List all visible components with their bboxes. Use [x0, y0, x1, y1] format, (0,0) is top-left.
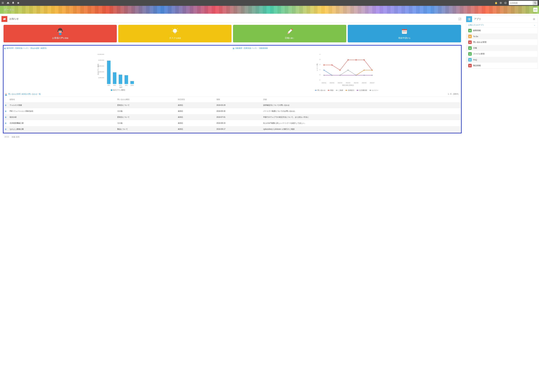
col-detail: 詳細 — [262, 97, 461, 102]
svg-text:0: 0 — [320, 74, 320, 76]
apps-icon — [466, 16, 472, 22]
table-row[interactable]: ▮ウェルネス筑紫受発注について未対応2018-03-29請求確定日についての問い… — [4, 102, 461, 108]
svg-rect-81 — [468, 19, 468, 19]
card-label: お客様の声を登録 — [52, 37, 68, 39]
svg-text:2018-04: 2018-04 — [346, 82, 350, 83]
app-item[interactable]: ◆製品情報 — [466, 63, 537, 68]
inquiry-count: 1 - 5 （5件中） — [448, 93, 460, 95]
avatar-icon — [5, 93, 7, 96]
banner: ポータル — [0, 6, 539, 14]
app-label: 製品情報 — [473, 64, 481, 67]
svg-rect-56 — [356, 59, 356, 60]
search-input[interactable] — [509, 1, 533, 5]
svg-text:8,000,000: 8,000,000 — [98, 59, 104, 61]
svg-rect-23 — [406, 31, 406, 31]
app-item[interactable]: ◆問い合わせ管理 — [466, 39, 537, 45]
table-row[interactable]: ▮稲光水産受発注について未対応2018-07-01年額でのウェブでの発注方法につ… — [4, 114, 461, 120]
svg-rect-21 — [404, 31, 404, 31]
charts-frame: ▦ 案件管理（営業支援パック）: 見込み金額（確度別） 10,000,000 8… — [3, 45, 462, 133]
svg-text:3: 3 — [320, 59, 320, 60]
svg-text:2,000,000: 2,000,000 — [98, 77, 104, 78]
svg-text:レコード数: レコード数 — [316, 63, 318, 71]
home-icon[interactable] — [7, 2, 9, 4]
svg-point-14 — [173, 29, 177, 33]
app-item[interactable]: ◆FAQ — [466, 57, 537, 63]
doc-icon: ▦ — [4, 47, 6, 49]
card-report[interactable]: 日報を書く — [233, 25, 346, 42]
card-leave[interactable]: 有給申請する — [348, 25, 461, 42]
more-button[interactable] — [533, 8, 538, 12]
search-button[interactable] — [533, 1, 538, 5]
svg-rect-24 — [403, 32, 403, 32]
svg-point-3 — [534, 2, 536, 4]
inquiry-title[interactable]: 問い合わせ管理: 未対応の問い合わせ一覧 — [8, 93, 41, 95]
bar-chart-legend: 合計(プラン費用) — [4, 88, 232, 91]
edit-icon[interactable] — [458, 18, 461, 20]
menu-icon[interactable] — [1, 2, 4, 4]
svg-rect-19 — [405, 28, 406, 30]
svg-text:4,000,000: 4,000,000 — [98, 71, 104, 73]
svg-point-59 — [323, 70, 324, 71]
app-item[interactable]: ◆日報 — [466, 45, 537, 51]
chart-title-line[interactable]: ▦ 活動履歴（営業支援パック）: 活動量推移 — [233, 46, 461, 50]
svg-rect-18 — [403, 28, 403, 30]
app-label: FAQ — [473, 59, 477, 61]
svg-rect-13 — [59, 33, 62, 35]
svg-text:合計(プラン費用): 合計(プラン費用) — [97, 64, 99, 75]
megaphone-icon — [1, 16, 7, 22]
svg-text:?: ? — [505, 2, 506, 4]
app-icon: ◆ — [468, 40, 472, 44]
star-icon[interactable] — [17, 2, 19, 4]
svg-rect-62 — [332, 75, 332, 76]
card-label: タスクを確認 — [169, 37, 181, 39]
notices-header: お知らせ — [1, 15, 463, 23]
bell-icon[interactable] — [12, 2, 14, 4]
app-item[interactable]: ◆ファイル管理 — [466, 51, 537, 57]
table-row[interactable]: ▮石井精密機械工業その他未対応2018-08-15向上のIoT連携に詳しいパート… — [4, 120, 461, 126]
svg-point-78 — [5, 93, 7, 94]
app-label: 問い合わせ管理 — [473, 41, 486, 44]
svg-point-4 — [534, 10, 535, 10]
svg-rect-67 — [372, 75, 373, 76]
app-item[interactable]: ◆顧客情報 — [466, 28, 537, 34]
svg-point-6 — [536, 10, 537, 10]
svg-text:確度: 確度 — [119, 87, 122, 88]
svg-text:80%: 80% — [113, 85, 116, 86]
line-chart-legend: 問い合わせ 商談 ご挨拶 見積提示 注文書回収 セミナー — [233, 88, 461, 92]
gear-icon[interactable] — [500, 2, 502, 4]
svg-text:40%: 40% — [107, 85, 110, 86]
app-icon: ◆ — [468, 29, 472, 32]
doc-icon: ▮ — [5, 104, 6, 106]
svg-text:-1: -1 — [319, 79, 320, 81]
svg-rect-64 — [348, 70, 348, 71]
lightbulb-icon — [171, 27, 178, 36]
card-task[interactable]: タスクを確認 — [118, 25, 231, 42]
app-label: 日報 — [473, 47, 477, 49]
apps-header: アプリ — [466, 16, 537, 23]
svg-rect-22 — [405, 31, 405, 31]
svg-rect-38 — [130, 81, 134, 84]
svg-text:60%: 60% — [119, 85, 122, 86]
svg-rect-82 — [469, 19, 470, 19]
svg-point-11 — [58, 30, 59, 32]
app-item[interactable]: ◆To Do — [466, 34, 537, 39]
svg-text:1: 1 — [320, 69, 320, 70]
card-customer-voice[interactable]: お客様の声を登録 — [4, 25, 117, 42]
svg-text:2: 2 — [320, 64, 320, 65]
add-app-button[interactable] — [532, 18, 536, 21]
help-icon[interactable]: ? — [504, 2, 507, 4]
table-row[interactable]: ▮PMソリューションズ株式会社その他未対応2018-05-30パートナー制度につ… — [4, 108, 461, 114]
table-row[interactable]: ▮なかよし動物公園製品について未対応2018-09-17cybozuliveから… — [4, 126, 461, 132]
doc-icon: ▮ — [5, 128, 6, 130]
svg-rect-20 — [403, 31, 403, 31]
col-customer: 顧客名 — [9, 97, 116, 102]
chart-title-bar[interactable]: ▦ 案件管理（営業支援パック）: 見込み金額（確度別） — [4, 46, 232, 50]
doc-icon: ▮ — [5, 116, 6, 118]
svg-rect-61 — [323, 75, 324, 76]
svg-rect-65 — [356, 75, 356, 76]
svg-rect-55 — [348, 59, 348, 60]
favorite-apps-toggle[interactable]: お気に入りのアプリ ⌄ — [466, 23, 537, 28]
svg-text:2018-07: 2018-07 — [370, 82, 374, 83]
svg-text:20%: 20% — [125, 85, 128, 86]
headset-person-icon — [56, 27, 64, 36]
